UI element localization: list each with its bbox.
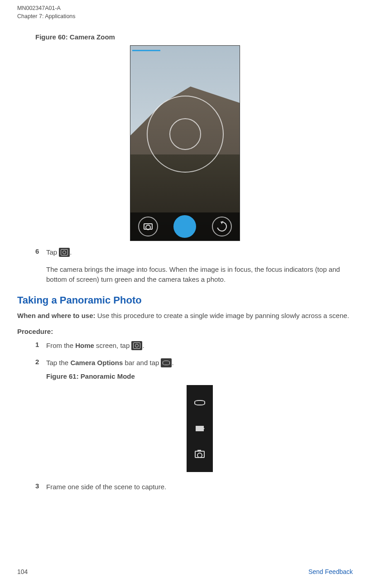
step-number: 6 (35, 247, 46, 255)
camera-bottom-bar (130, 212, 240, 241)
step-2-text: Tap the Camera Options bar and tap . (46, 358, 353, 368)
zoom-inner-ring (169, 118, 201, 150)
camera-icon (59, 248, 70, 257)
step-6-text: Tap . (46, 247, 353, 257)
section-title: Taking a Panoramic Photo (17, 294, 353, 306)
figure-61-caption: Figure 61: Panoramic Mode (46, 371, 353, 381)
shutter-button-icon (173, 215, 196, 238)
section-intro: When and where to use: Use this procedur… (17, 311, 353, 321)
camera-mode-icon (138, 217, 158, 236)
step-1-text: From the Home screen, tap . (46, 341, 353, 351)
procedure-label: Procedure: (17, 328, 353, 335)
page-number: 104 (17, 568, 28, 575)
step-number: 2 (35, 358, 46, 366)
figure-60-wrap (17, 45, 353, 241)
camera-icon (131, 341, 142, 350)
send-feedback-link[interactable]: Send Feedback (308, 568, 353, 575)
photo-mode-icon (193, 448, 206, 461)
step-2: 2 Tap the Camera Options bar and tap . F… (35, 358, 353, 478)
step-number: 1 (35, 341, 46, 348)
figure-61-image (187, 385, 213, 472)
page-header: MN002347A01-A Chapter 7: Applications (17, 5, 353, 20)
step-6-continuation: The camera brings the image into focus. … (46, 265, 353, 284)
step-3-text: Frame one side of the scene to capture. (46, 482, 353, 492)
step-3: 3 Frame one side of the scene to capture… (35, 482, 353, 496)
figure-60-caption: Figure 60: Camera Zoom (35, 33, 353, 41)
doc-id: MN002347A01-A (17, 5, 353, 13)
chapter-label: Chapter 7: Applications (17, 13, 353, 21)
step-6: 6 Tap . (35, 247, 353, 261)
step-1: 1 From the Home screen, tap . (35, 341, 353, 354)
figure-60-image (130, 45, 240, 241)
switch-camera-icon (212, 217, 232, 236)
panorama-icon (161, 358, 172, 367)
panorama-mode-icon (193, 396, 206, 409)
page-footer: 104 Send Feedback (17, 568, 353, 575)
video-mode-icon (193, 422, 206, 435)
step-number: 3 (35, 482, 46, 490)
